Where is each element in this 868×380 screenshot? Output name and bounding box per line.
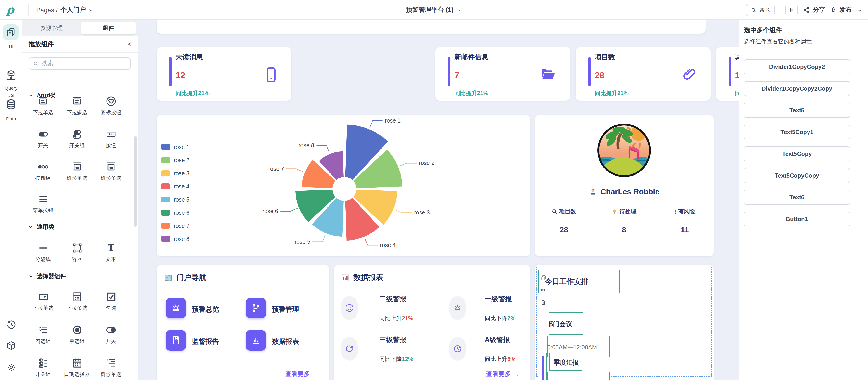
component-item[interactable]: 树形单选 [61, 161, 93, 182]
section-common[interactable]: 通用类 [29, 223, 54, 231]
component-item[interactable]: 容器 [61, 242, 93, 263]
chart-legend[interactable]: rose 1rose 2rose 3rose 4rose 5rose 6rose… [161, 140, 190, 245]
package-button[interactable] [5, 341, 17, 351]
stat-card-projects[interactable]: 项目数 28 同比提升21% [576, 47, 711, 100]
legend-item[interactable]: rose 4 [161, 180, 190, 193]
share-button[interactable]: 分享 [803, 6, 825, 14]
component-item[interactable]: T 文本 [95, 242, 127, 263]
rail-item-query[interactable] [5, 70, 17, 82]
component-item[interactable]: 树形多选 [95, 161, 127, 182]
select-area-icon[interactable] [540, 312, 546, 317]
selected-component-button[interactable]: Text5CopyCopy [744, 168, 850, 183]
nav-label[interactable]: 预警总览 [192, 305, 219, 314]
component-item[interactable]: Btn 按钮 [95, 128, 127, 149]
portal-nav-card[interactable]: 门户导航 预警总览 预警管理 监督报告 数据报表 查看更多→ [157, 265, 330, 380]
selected-component-button[interactable]: Text5 [744, 103, 850, 118]
history-button[interactable] [5, 320, 17, 330]
report-item-icon[interactable] [341, 296, 358, 320]
selected-component-button[interactable]: Divider1CopyCopy2Copy [744, 81, 850, 96]
legend-item[interactable]: rose 6 [161, 206, 190, 219]
preview-run-button[interactable] [785, 4, 798, 16]
nav-item-report[interactable] [166, 330, 186, 351]
report-item-icon[interactable] [341, 337, 358, 360]
component-item[interactable]: 开关 [95, 324, 127, 345]
component-item[interactable]: 开关组 [61, 128, 93, 149]
nav-item-alert-overview[interactable] [166, 298, 186, 318]
copy-icon[interactable] [540, 275, 546, 281]
data-report-card[interactable]: 数据报表 二级警报 同比上升21% 一级警报 同比下降7% 三级警报 同比下降1… [334, 265, 530, 380]
report-item-icon[interactable] [450, 296, 466, 320]
arrow-right-icon: → [312, 371, 319, 378]
portal-nav-more-link[interactable]: 查看更多→ [285, 370, 319, 378]
tab-resources[interactable]: 资源管理 [22, 20, 81, 36]
profile-card[interactable]: CharLes Robbie 项目数 28 待处理 8 !有风险 11 [535, 115, 714, 256]
component-item[interactable]: 树形单选 [95, 357, 127, 378]
rose-chart-card[interactable]: rose 1rose 2rose 3rose 4rose 5rose 6rose… [157, 115, 530, 256]
close-icon[interactable]: × [127, 40, 131, 48]
stat-card-other[interactable]: 其他 11 同比提升21% [716, 47, 739, 100]
stat-card-unread[interactable]: 未读消息 12 同比提升21% [157, 47, 291, 100]
component-item[interactable]: 开关 [27, 128, 59, 149]
component-item[interactable]: 日期选择器 [61, 357, 93, 378]
drag-components-header: 拖放组件 × [22, 36, 138, 53]
nav-item-data-report[interactable] [246, 330, 266, 351]
nav-label[interactable]: 预警管理 [272, 305, 299, 314]
component-item[interactable]: 下拉多选 [61, 95, 93, 116]
data-report-more-link[interactable]: 查看更多→ [486, 370, 520, 378]
meeting1-widget[interactable]: 部门会议 [549, 312, 583, 335]
editor-canvas[interactable]: 未读消息 12 同比提升21% 新邮件信息 7 同比提升21% 项目数 28 同… [138, 20, 739, 380]
rose-chart[interactable]: rose 1rose 2rose 3rose 4rose 5rose 6rose… [157, 115, 530, 256]
legend-item[interactable]: rose 7 [161, 219, 190, 232]
tab-components[interactable]: 组件 [81, 22, 136, 34]
switch-list-icon [27, 357, 59, 369]
report-item-icon[interactable] [450, 337, 466, 360]
selected-component-button[interactable]: Text6 [744, 190, 850, 205]
time2-widget[interactable]: 13:00PM—15:00PM [547, 372, 610, 380]
app-title-menu[interactable]: 预警管理平台 (1) [406, 0, 462, 20]
nav-label[interactable]: 监督报告 [192, 338, 219, 346]
component-item[interactable]: 分隔线 [27, 242, 59, 263]
cut-icon[interactable]: ✂ [541, 287, 546, 293]
component-item[interactable]: 开关组 [27, 357, 59, 378]
topbar-actions: ⌘ K 分享 发布 [746, 0, 863, 20]
section-selector[interactable]: 选择器组件 [29, 272, 66, 280]
schedule-title-widget[interactable]: 今日工作安排 [538, 270, 620, 293]
stat-card-mail[interactable]: 新邮件信息 7 同比提升21% [435, 47, 570, 100]
component-search-input[interactable] [42, 60, 119, 66]
nav-label[interactable]: 数据报表 [272, 338, 299, 346]
selected-component-button[interactable]: Divider1CopyCopy2 [744, 59, 850, 74]
trash-icon[interactable] [540, 299, 546, 305]
component-item[interactable]: 下拉多选 [61, 291, 93, 312]
component-search[interactable] [29, 57, 131, 70]
component-item[interactable]: 下拉单选 [27, 95, 59, 116]
component-item[interactable]: 按钮组 [27, 161, 59, 182]
app-logo[interactable]: p [6, 3, 14, 16]
nav-item-alert-manage[interactable] [246, 298, 266, 318]
selected-component-button[interactable]: Text5Copy [744, 146, 850, 161]
component-item[interactable]: 图标按钮 [95, 95, 127, 116]
selected-component-button[interactable]: Text5Copy1 [744, 124, 850, 140]
breadcrumb[interactable]: Pages / 个人门户 [36, 0, 93, 20]
component-item[interactable]: 下拉单选 [27, 291, 59, 312]
global-search-button[interactable]: ⌘ K [746, 4, 775, 16]
selected-component-button[interactable]: Button1 [744, 211, 850, 227]
component-item[interactable]: 勾选组 [27, 324, 59, 345]
settings-button[interactable] [5, 362, 17, 372]
divider-widget[interactable] [539, 353, 547, 380]
component-item[interactable]: 勾选 [95, 291, 127, 312]
legend-item[interactable]: rose 3 [161, 167, 190, 180]
component-item[interactable]: 菜单按钮 [27, 193, 59, 214]
meeting2-widget[interactable]: 季度汇报 [549, 353, 583, 371]
legend-item[interactable]: rose 2 [161, 153, 190, 167]
schedule-card[interactable]: 今日工作安排 ✂ 部门会议 10:00AM—12:00AM 季度汇报 13:00 [535, 265, 714, 380]
legend-item[interactable]: rose 8 [161, 232, 190, 245]
stat-delta: 同比提升21% [176, 90, 210, 97]
panel-scrollbar[interactable] [134, 136, 137, 227]
rail-item-ui[interactable] [3, 25, 19, 40]
rail-item-data[interactable] [5, 99, 17, 111]
chevron-down-icon[interactable] [857, 7, 863, 13]
publish-button[interactable]: 发布 [830, 6, 852, 14]
legend-item[interactable]: rose 5 [161, 193, 190, 206]
legend-item[interactable]: rose 1 [161, 140, 190, 153]
component-item[interactable]: 单选组 [61, 324, 93, 345]
